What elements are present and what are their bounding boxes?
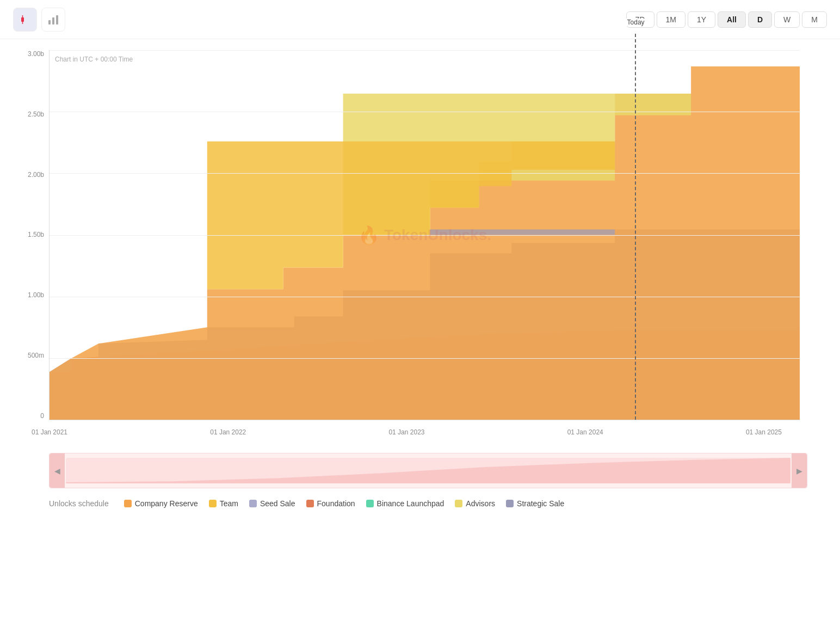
grid-line-5 [50, 358, 800, 359]
x-axis-labels: 01 Jan 2021 01 Jan 2022 01 Jan 2023 01 J… [50, 428, 800, 436]
chart-subtitle: Chart in UTC + 00:00 Time [55, 56, 133, 63]
today-line: Today [635, 34, 636, 420]
legend-item-company-reserve: Company Reserve [124, 499, 198, 508]
legend-dot-seed-sale [249, 500, 257, 507]
legend-item-foundation: Foundation [306, 499, 355, 508]
scroll-mini-chart [66, 458, 790, 483]
top-bar: 7D 1M 1Y All D W M [0, 0, 840, 39]
time-controls: 7D 1M 1Y All D W M [626, 11, 827, 28]
scroll-right-handle[interactable]: ▶ [792, 453, 807, 488]
chart-container: Chart in UTC + 00:00 Time 3.00b 2.50b 2.… [0, 39, 840, 453]
legend-item-advisors: Advisors [455, 499, 495, 508]
legend-item-team: Team [209, 499, 238, 508]
y-label-200b: 2.00b [9, 171, 44, 179]
grid-line-1 [50, 112, 800, 112]
legend-item-seed-sale: Seed Sale [249, 499, 295, 508]
legend-item-binance: Binance Launchpad [366, 499, 444, 508]
legend-dot-company-reserve [124, 500, 132, 507]
interval-d[interactable]: D [748, 11, 772, 28]
y-axis-labels: 3.00b 2.50b 2.00b 1.50b 1.00b 500m 0 [9, 50, 44, 420]
bar-chart-icon [47, 14, 59, 26]
today-label: Today [625, 19, 647, 26]
grid-line-2 [50, 173, 800, 174]
y-label-300b: 3.00b [9, 50, 44, 58]
legend-dot-advisors [455, 500, 462, 507]
grid-line-3 [50, 235, 800, 236]
legend: Unlocks schedule Company Reserve Team Se… [0, 488, 840, 519]
y-label-250b: 2.50b [9, 111, 44, 118]
interval-m[interactable]: M [802, 11, 827, 28]
legend-label-strategic: Strategic Sale [517, 499, 564, 508]
logo-button[interactable] [13, 8, 37, 32]
legend-label-advisors: Advisors [466, 499, 495, 508]
legend-dot-binance [366, 500, 374, 507]
y-label-150b: 1.50b [9, 231, 44, 238]
interval-w[interactable]: W [774, 11, 800, 28]
legend-label-company-reserve: Company Reserve [135, 499, 198, 508]
svg-rect-4 [52, 17, 54, 24]
x-label-2022: 01 Jan 2022 [210, 428, 246, 436]
y-label-100b: 1.00b [9, 291, 44, 299]
grid-line-4 [50, 297, 800, 297]
legend-label-foundation: Foundation [317, 499, 355, 508]
bar-chart-button[interactable] [41, 8, 65, 32]
legend-dot-foundation [306, 500, 314, 507]
scroll-left-handle[interactable]: ◀ [50, 453, 65, 488]
x-label-2024: 01 Jan 2024 [567, 428, 603, 436]
y-label-0: 0 [9, 412, 44, 420]
x-label-2021: 01 Jan 2021 [32, 428, 67, 436]
filter-all[interactable]: All [718, 11, 746, 28]
svg-marker-6 [66, 458, 790, 483]
svg-rect-5 [56, 15, 58, 24]
legend-label-seed-sale: Seed Sale [260, 499, 295, 508]
chart-inner: Chart in UTC + 00:00 Time 3.00b 2.50b 2.… [49, 50, 800, 420]
scroll-thumb[interactable] [66, 458, 790, 483]
legend-dot-team [209, 500, 217, 507]
legend-label-binance: Binance Launchpad [377, 499, 444, 508]
legend-dot-strategic [506, 500, 514, 507]
scroll-area[interactable]: ◀ ▶ [49, 453, 807, 488]
legend-label-team: Team [220, 499, 238, 508]
svg-rect-3 [48, 20, 51, 24]
legend-item-strategic: Strategic Sale [506, 499, 564, 508]
filter-1m[interactable]: 1M [657, 11, 685, 28]
filter-1y[interactable]: 1Y [688, 11, 715, 28]
svg-rect-0 [21, 17, 24, 22]
candlestick-icon [19, 14, 31, 26]
x-label-2025: 01 Jan 2025 [746, 428, 782, 436]
legend-prefix: Unlocks schedule [49, 499, 109, 508]
x-label-2023: 01 Jan 2023 [388, 428, 424, 436]
grid-line-top [50, 50, 800, 51]
y-label-500m: 500m [9, 352, 44, 359]
logo-area [13, 8, 65, 32]
